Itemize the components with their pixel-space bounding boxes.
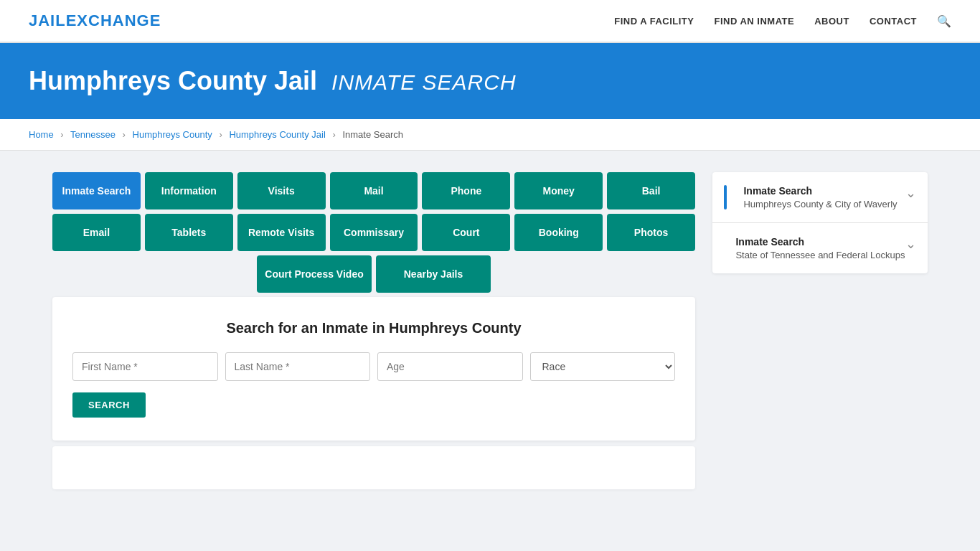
nav-links: FIND A FACILITY FIND AN INMATE ABOUT CON… — [614, 14, 951, 28]
nav-item-contact[interactable]: CONTACT — [870, 14, 917, 27]
logo-jail: JAIL — [29, 11, 66, 29]
chevron-down-icon-1: ⌄ — [905, 185, 916, 209]
search-form: Race White Black Hispanic Asian Other — [72, 352, 675, 381]
site-logo[interactable]: JAILEXCHANGE — [29, 11, 161, 30]
nav-link-find-facility[interactable]: FIND A FACILITY — [614, 16, 694, 27]
nav-link-contact[interactable]: CONTACT — [870, 16, 917, 27]
sidebar-card: Inmate Search Humphreys County & City of… — [712, 172, 928, 273]
nav-link-find-inmate[interactable]: FIND AN INMATE — [714, 16, 794, 27]
btn-inmate-search[interactable]: Inmate Search — [52, 172, 141, 209]
breadcrumb-tennessee[interactable]: Tennessee — [70, 129, 116, 140]
btn-tablets[interactable]: Tablets — [145, 214, 233, 251]
breadcrumb-home[interactable]: Home — [29, 129, 54, 140]
btn-booking[interactable]: Booking — [514, 214, 603, 251]
sidebar-item-humphreys[interactable]: Inmate Search Humphreys County & City of… — [712, 172, 928, 223]
tab-row-3: Court Process Video Nearby Jails — [52, 255, 695, 293]
main-area: Inmate Search Information Visits Mail Ph… — [24, 151, 956, 511]
btn-nearby-jails[interactable]: Nearby Jails — [376, 255, 491, 293]
sidebar-subtitle-2: State of Tennessee and Federal Lockups — [735, 250, 905, 260]
btn-information[interactable]: Information — [145, 172, 233, 209]
page-title: Humphreys County Jail INMATE SEARCH — [29, 66, 951, 96]
breadcrumb: Home › Tennessee › Humphreys County › Hu… — [0, 119, 980, 151]
btn-commissary[interactable]: Commissary — [330, 214, 418, 251]
hero-title-italic: INMATE SEARCH — [331, 70, 516, 94]
race-select[interactable]: Race White Black Hispanic Asian Other — [530, 352, 676, 381]
bottom-placeholder — [52, 446, 695, 489]
breadcrumb-sep-2: › — [123, 129, 126, 140]
sidebar-subtitle-1: Humphreys County & City of Waverly — [743, 199, 897, 209]
sidebar-accent-2 — [724, 236, 727, 260]
nav-item-find-inmate[interactable]: FIND AN INMATE — [714, 14, 794, 27]
btn-remote-visits[interactable]: Remote Visits — [237, 214, 326, 251]
breadcrumb-sep-1: › — [60, 129, 63, 140]
btn-court[interactable]: Court — [422, 214, 510, 251]
breadcrumb-sep-4: › — [332, 129, 335, 140]
tab-row-2: Email Tablets Remote Visits Commissary C… — [52, 214, 695, 251]
logo-exchange: EXCHANGE — [66, 11, 161, 29]
sidebar-item-tennessee[interactable]: Inmate Search State of Tennessee and Fed… — [712, 223, 928, 273]
sidebar-title-2: Inmate Search — [735, 236, 905, 248]
tab-row-1: Inmate Search Information Visits Mail Ph… — [52, 172, 695, 209]
btn-mail[interactable]: Mail — [330, 172, 418, 209]
search-title: Search for an Inmate in Humphreys County — [72, 320, 675, 336]
age-input[interactable] — [377, 352, 523, 381]
search-button[interactable]: SEARCH — [72, 392, 146, 418]
last-name-input[interactable] — [225, 352, 371, 381]
hero-title-main: Humphreys County Jail — [29, 66, 317, 95]
btn-email[interactable]: Email — [52, 214, 141, 251]
nav-item-find-facility[interactable]: FIND A FACILITY — [614, 14, 694, 27]
nav-link-about[interactable]: ABOUT — [814, 16, 849, 27]
btn-court-process-video[interactable]: Court Process Video — [257, 255, 372, 293]
right-sidebar: Inmate Search Humphreys County & City of… — [712, 172, 928, 489]
breadcrumb-sep-3: › — [219, 129, 222, 140]
btn-phone[interactable]: Phone — [422, 172, 510, 209]
sidebar-title-1: Inmate Search — [743, 185, 897, 197]
breadcrumb-jail[interactable]: Humphreys County Jail — [229, 129, 325, 140]
sidebar-item-left-2: Inmate Search State of Tennessee and Fed… — [735, 236, 905, 260]
chevron-down-icon-2: ⌄ — [905, 236, 916, 260]
first-name-input[interactable] — [72, 352, 218, 381]
left-column: Inmate Search Information Visits Mail Ph… — [52, 172, 695, 489]
btn-money[interactable]: Money — [514, 172, 603, 209]
nav-item-about[interactable]: ABOUT — [814, 14, 849, 27]
search-icon[interactable]: 🔍 — [937, 15, 951, 27]
sidebar-item-left-1: Inmate Search Humphreys County & City of… — [743, 185, 897, 209]
breadcrumb-current: Inmate Search — [342, 129, 403, 140]
btn-photos[interactable]: Photos — [607, 214, 695, 251]
navbar: JAILEXCHANGE FIND A FACILITY FIND AN INM… — [0, 0, 980, 43]
btn-bail[interactable]: Bail — [607, 172, 695, 209]
btn-visits[interactable]: Visits — [237, 172, 326, 209]
breadcrumb-humphreys-county[interactable]: Humphreys County — [133, 129, 212, 140]
search-card: Search for an Inmate in Humphreys County… — [52, 297, 695, 441]
hero-banner: Humphreys County Jail INMATE SEARCH — [0, 43, 980, 119]
sidebar-accent-1 — [724, 185, 727, 209]
